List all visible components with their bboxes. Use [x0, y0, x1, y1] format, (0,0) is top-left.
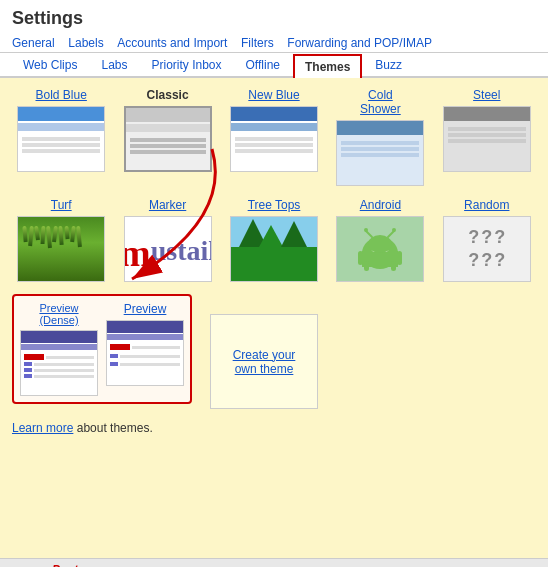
theme-marker[interactable]: Marker mustail: [118, 198, 216, 282]
svg-line-5: [388, 231, 394, 237]
pt-dot: [110, 362, 118, 366]
marker-icon: mustail: [125, 217, 211, 281]
pt-label-badge: [24, 354, 44, 360]
footer: groovyPost.com: [0, 558, 548, 567]
nav-filters[interactable]: Filters: [241, 36, 274, 50]
grass-blade: [22, 226, 27, 242]
pt-body: [107, 340, 183, 370]
pt-label-badge: [110, 344, 130, 350]
nav-accounts[interactable]: Accounts and Import: [117, 36, 227, 50]
nav-forwarding[interactable]: Forwarding and POP/IMAP: [287, 36, 432, 50]
tab-labs[interactable]: Labs: [90, 53, 138, 76]
line: [235, 143, 313, 147]
tab-offline[interactable]: Offline: [235, 53, 291, 76]
nav-labels[interactable]: Labels: [68, 36, 103, 50]
line: [22, 143, 100, 147]
theme-random-thumb: ? ? ? ? ? ?: [443, 216, 531, 282]
tab-web-clips[interactable]: Web Clips: [12, 53, 88, 76]
android-robot-icon: [337, 217, 423, 281]
themes-content: Bold Blue Classic: [0, 78, 548, 558]
pt-text-line: [34, 363, 94, 366]
theme-steel-thumb: [443, 106, 531, 172]
create-own-link[interactable]: Create yourown theme: [233, 348, 296, 376]
page-wrapper: Settings General Labels Accounts and Imp…: [0, 0, 548, 567]
lines: [337, 135, 423, 163]
grass-blade: [41, 226, 46, 244]
theme-steel-label: Steel: [473, 88, 500, 102]
pt-text-line: [34, 369, 94, 372]
line: [341, 141, 419, 145]
grass-blade: [76, 226, 82, 247]
theme-cold-thumb: [336, 120, 424, 186]
grass-blade: [28, 226, 34, 246]
preview-and-create-row: Preview(Dense): [12, 294, 536, 409]
theme-bold-blue-thumb: [17, 106, 105, 172]
pt-dot: [24, 368, 32, 372]
theme-turf[interactable]: Turf: [12, 198, 110, 282]
theme-preview-label: Preview: [124, 302, 167, 316]
svg-line-4: [366, 231, 372, 237]
page-title: Settings: [0, 0, 548, 33]
theme-new-blue[interactable]: New Blue: [225, 88, 323, 186]
lines: [231, 131, 317, 159]
theme-preview-dense-label: Preview(Dense): [39, 302, 78, 326]
theme-preview[interactable]: Preview: [106, 302, 184, 396]
svg-point-6: [364, 228, 368, 232]
create-own-theme[interactable]: Create yourown theme: [210, 314, 318, 409]
lines: [18, 131, 104, 159]
grass-blade: [46, 226, 52, 248]
theme-tree-tops-label: Tree Tops: [248, 198, 301, 212]
theme-new-blue-thumb: [230, 106, 318, 172]
theme-android[interactable]: Android: [331, 198, 429, 282]
theme-android-label: Android: [360, 198, 401, 212]
pt-header: [21, 331, 97, 343]
theme-preview-thumb: [106, 320, 184, 386]
line: [448, 127, 526, 131]
pt-text-line: [120, 363, 180, 366]
nav-general[interactable]: General: [12, 36, 55, 50]
pt-row: [110, 344, 180, 350]
footer-logo: groovyPost.com: [12, 563, 106, 567]
theme-steel[interactable]: Steel: [438, 88, 536, 186]
tab-themes[interactable]: Themes: [293, 54, 362, 78]
svg-rect-10: [364, 261, 369, 271]
pt-text-line: [132, 346, 180, 349]
theme-preview-dense[interactable]: Preview(Dense): [20, 302, 98, 396]
nav-row-1: General Labels Accounts and Import Filte…: [0, 33, 548, 53]
svg-rect-11: [391, 261, 396, 271]
line: [448, 139, 526, 143]
grass-lines: [18, 217, 104, 257]
grass-blade: [65, 226, 70, 239]
svg-rect-8: [358, 251, 363, 265]
pt-text-line: [120, 355, 180, 358]
pt-row: [24, 374, 94, 378]
learn-more-link[interactable]: Learn more: [12, 421, 73, 435]
bar2: [18, 123, 104, 131]
preview-section: Preview(Dense): [12, 294, 192, 404]
svg-rect-9: [397, 251, 402, 265]
pt-row: [24, 368, 94, 372]
tab-priority-inbox[interactable]: Priority Inbox: [141, 53, 233, 76]
line: [22, 149, 100, 153]
theme-cold-shower[interactable]: ColdShower: [331, 88, 429, 186]
bar1: [231, 107, 317, 121]
learn-more-text: about themes.: [77, 421, 153, 435]
line: [22, 137, 100, 141]
theme-turf-label: Turf: [51, 198, 72, 212]
theme-random[interactable]: Random ? ? ? ? ? ?: [438, 198, 536, 282]
pt-body: [21, 350, 97, 382]
theme-new-blue-label: New Blue: [248, 88, 299, 102]
theme-bold-blue[interactable]: Bold Blue: [12, 88, 110, 186]
theme-tree-tops[interactable]: Tree Tops: [225, 198, 323, 282]
pt-header: [107, 321, 183, 333]
theme-bold-blue-label: Bold Blue: [36, 88, 87, 102]
pt-text-line: [46, 356, 94, 359]
bar1: [444, 107, 530, 121]
themes-grid-row2: Turf: [12, 198, 536, 282]
tab-buzz[interactable]: Buzz: [364, 53, 413, 76]
bar2: [231, 123, 317, 131]
themes-grid-row1: Bold Blue Classic: [12, 88, 536, 186]
theme-classic[interactable]: Classic: [118, 88, 216, 186]
theme-tree-thumb: [230, 216, 318, 282]
line: [448, 133, 526, 137]
